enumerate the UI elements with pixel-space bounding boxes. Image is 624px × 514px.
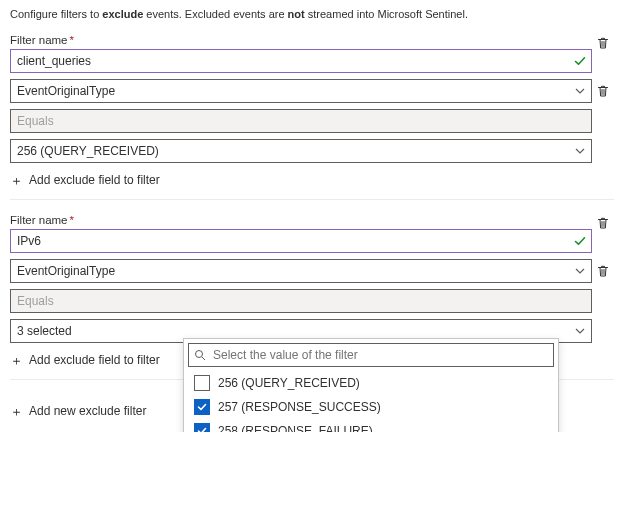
field-select[interactable]: EventOriginalType: [10, 259, 592, 283]
dropdown-option-label: 258 (RESPONSE_FAILURE): [218, 424, 373, 432]
delete-filter-button[interactable]: [594, 34, 612, 52]
add-exclude-field-button[interactable]: ＋ Add exclude field to filter: [10, 171, 160, 189]
plus-icon: ＋: [10, 405, 23, 418]
add-exclude-field-button[interactable]: ＋ Add exclude field to filter: [10, 351, 160, 369]
checkbox[interactable]: [194, 399, 210, 415]
trash-icon: [596, 264, 610, 278]
filter-block-2: Filter name* EventOriginalType: [10, 214, 614, 369]
value-dropdown-panel: 256 (QUERY_RECEIVED)257 (RESPONSE_SUCCES…: [183, 338, 559, 432]
add-new-exclude-filter-button[interactable]: ＋ Add new exclude filter: [10, 402, 146, 420]
add-exclude-field-label: Add exclude field to filter: [29, 173, 160, 187]
dropdown-option[interactable]: 258 (RESPONSE_FAILURE): [184, 419, 558, 432]
field-select-value: EventOriginalType: [17, 264, 115, 278]
description-text: Configure filters to exclude events. Exc…: [10, 8, 614, 20]
delete-field-button[interactable]: [594, 262, 612, 280]
filter-block-1: Filter name* EventOriginalType: [10, 34, 614, 189]
plus-icon: ＋: [10, 354, 23, 367]
add-exclude-field-label: Add exclude field to filter: [29, 353, 160, 367]
dropdown-option-label: 257 (RESPONSE_SUCCESS): [218, 400, 381, 414]
add-new-exclude-filter-label: Add new exclude filter: [29, 404, 146, 418]
filter-name-label: Filter name*: [10, 34, 592, 46]
field-select-value: EventOriginalType: [17, 84, 115, 98]
filter-name-input[interactable]: [10, 49, 592, 73]
filter-name-input[interactable]: [10, 229, 592, 253]
dropdown-option[interactable]: 257 (RESPONSE_SUCCESS): [184, 395, 558, 419]
trash-icon: [596, 36, 610, 50]
checkbox[interactable]: [194, 423, 210, 432]
filter-name-label: Filter name*: [10, 214, 592, 226]
chevron-down-icon: [575, 146, 585, 156]
trash-icon: [596, 84, 610, 98]
chevron-down-icon: [575, 86, 585, 96]
separator: [10, 199, 614, 200]
dropdown-option[interactable]: 256 (QUERY_RECEIVED): [184, 371, 558, 395]
dropdown-search-input[interactable]: [188, 343, 554, 367]
delete-filter-button[interactable]: [594, 214, 612, 232]
field-select[interactable]: EventOriginalType: [10, 79, 592, 103]
dropdown-option-label: 256 (QUERY_RECEIVED): [218, 376, 360, 390]
trash-icon: [596, 216, 610, 230]
value-select-value: 256 (QUERY_RECEIVED): [17, 144, 159, 158]
operator-select: Equals: [10, 289, 592, 313]
checkbox[interactable]: [194, 375, 210, 391]
chevron-down-icon: [575, 326, 585, 336]
operator-select-value: Equals: [17, 294, 54, 308]
plus-icon: ＋: [10, 174, 23, 187]
operator-select: Equals: [10, 109, 592, 133]
value-select-value: 3 selected: [17, 324, 72, 338]
operator-select-value: Equals: [17, 114, 54, 128]
chevron-down-icon: [575, 266, 585, 276]
value-select[interactable]: 256 (QUERY_RECEIVED): [10, 139, 592, 163]
delete-field-button[interactable]: [594, 82, 612, 100]
